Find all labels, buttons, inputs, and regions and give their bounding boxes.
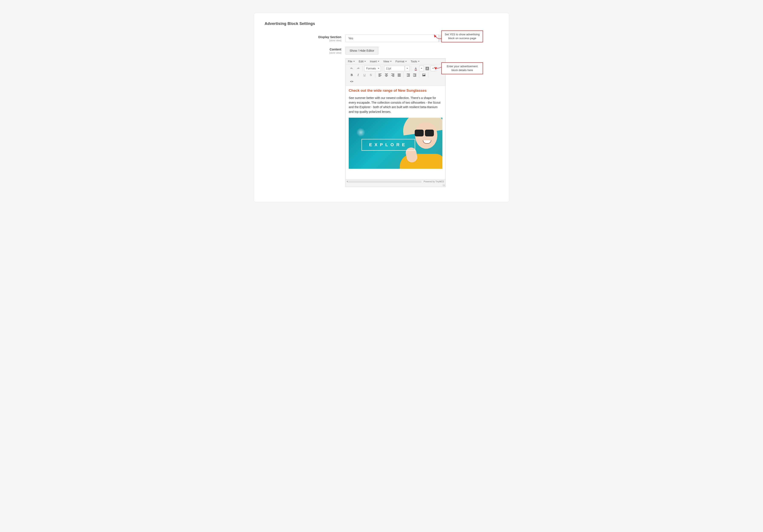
- outdent-icon[interactable]: [405, 72, 411, 78]
- display-section-scope: [store view]: [265, 39, 341, 42]
- callout-content: Enter your advertisement block details h…: [441, 62, 483, 74]
- powered-by-label: Powered by TinyMCE: [424, 180, 444, 183]
- content-paragraph: See summer better with our newest collec…: [349, 96, 442, 114]
- content-label: Content: [330, 48, 341, 51]
- content-banner-image: EXPLORE: [349, 118, 442, 169]
- menu-file[interactable]: File: [348, 60, 355, 63]
- horizontal-scrollbar[interactable]: [347, 181, 421, 183]
- align-justify-icon[interactable]: [396, 72, 402, 78]
- menu-format[interactable]: Format: [395, 60, 407, 63]
- panel-title: Advertising Block Settings: [265, 22, 498, 26]
- italic-button[interactable]: I: [355, 72, 361, 78]
- fontsize-select[interactable]: 11pt: [384, 66, 404, 71]
- menu-view[interactable]: View: [383, 60, 392, 63]
- fontsize-caret[interactable]: [405, 66, 410, 71]
- editor-content[interactable]: Check out the wide range of New Sunglass…: [346, 86, 445, 179]
- wysiwyg-editor: File Edit Insert View Format Tools Forma…: [346, 58, 446, 187]
- content-heading: Check out the wide range of New Sunglass…: [349, 89, 442, 93]
- image-icon[interactable]: [421, 72, 427, 78]
- menu-insert[interactable]: Insert: [370, 60, 380, 63]
- formats-select[interactable]: Formats: [364, 66, 381, 71]
- content-scope: [store view]: [265, 51, 341, 54]
- display-section-select[interactable]: Yes: [346, 35, 446, 42]
- display-section-label: Display Section: [318, 35, 341, 39]
- display-section-value: Yes: [348, 37, 353, 40]
- resize-handle[interactable]: [346, 184, 445, 187]
- text-color-button[interactable]: A: [413, 66, 419, 71]
- text-color-caret[interactable]: [419, 66, 424, 71]
- highlight-color-button[interactable]: A: [424, 66, 430, 71]
- menu-tools[interactable]: Tools: [411, 60, 420, 63]
- editor-toolbar: Formats 11pt A A B: [346, 64, 445, 86]
- settings-panel: Advertising Block Settings Display Secti…: [254, 13, 509, 202]
- strikethrough-button[interactable]: S: [368, 72, 374, 78]
- align-center-icon[interactable]: [383, 72, 389, 78]
- indent-icon[interactable]: [412, 72, 418, 78]
- callout-display-section: Set YES to show advertising block on suc…: [441, 31, 483, 43]
- redo-icon[interactable]: [355, 66, 361, 71]
- editor-statusbar: Powered by TinyMCE: [346, 179, 445, 184]
- undo-icon[interactable]: [349, 66, 355, 71]
- align-left-icon[interactable]: [377, 72, 383, 78]
- highlight-color-caret[interactable]: [431, 66, 435, 71]
- bold-button[interactable]: B: [349, 72, 355, 78]
- toggle-editor-button[interactable]: Show / Hide Editor: [346, 47, 378, 54]
- align-right-icon[interactable]: [390, 72, 396, 78]
- source-code-button[interactable]: <>: [349, 78, 355, 84]
- menu-edit[interactable]: Edit: [359, 60, 366, 63]
- editor-menubar: File Edit Insert View Format Tools: [346, 58, 445, 64]
- banner-cta-button[interactable]: EXPLORE: [362, 139, 415, 151]
- underline-button[interactable]: U: [362, 72, 368, 78]
